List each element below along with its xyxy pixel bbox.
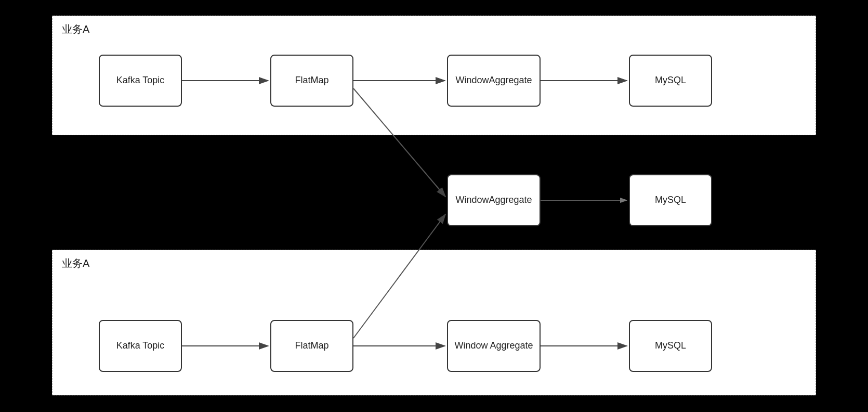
top-window-node: WindowAggregate [447,55,541,107]
top-kafka-label: Kafka Topic [116,74,165,86]
bot-window-node: Window Aggregate [447,320,541,372]
top-window-label: WindowAggregate [455,74,532,86]
mid-mysql-label: MySQL [655,194,686,206]
bot-mysql-label: MySQL [655,340,686,352]
bot-kafka-node: Kafka Topic [99,320,182,372]
mid-window-label: WindowAggregate [455,194,532,206]
bot-flatmap-node: FlatMap [270,320,353,372]
mid-window-node: WindowAggregate [447,174,541,226]
bot-window-label: Window Aggregate [454,340,533,352]
top-flatmap-label: FlatMap [295,74,328,86]
section-bottom-label: 业务A [62,256,89,271]
bot-kafka-label: Kafka Topic [116,340,165,352]
bot-mysql-node: MySQL [629,320,712,372]
main-container: 业务A 业务A Kafka Topic FlatMap WindowAggreg… [0,0,868,412]
section-top-label: 业务A [62,22,89,36]
bot-flatmap-label: FlatMap [295,340,328,352]
top-mysql-node: MySQL [629,55,712,107]
top-mysql-label: MySQL [655,74,686,86]
top-flatmap-node: FlatMap [270,55,353,107]
top-kafka-node: Kafka Topic [99,55,182,107]
mid-mysql-node: MySQL [629,174,712,226]
